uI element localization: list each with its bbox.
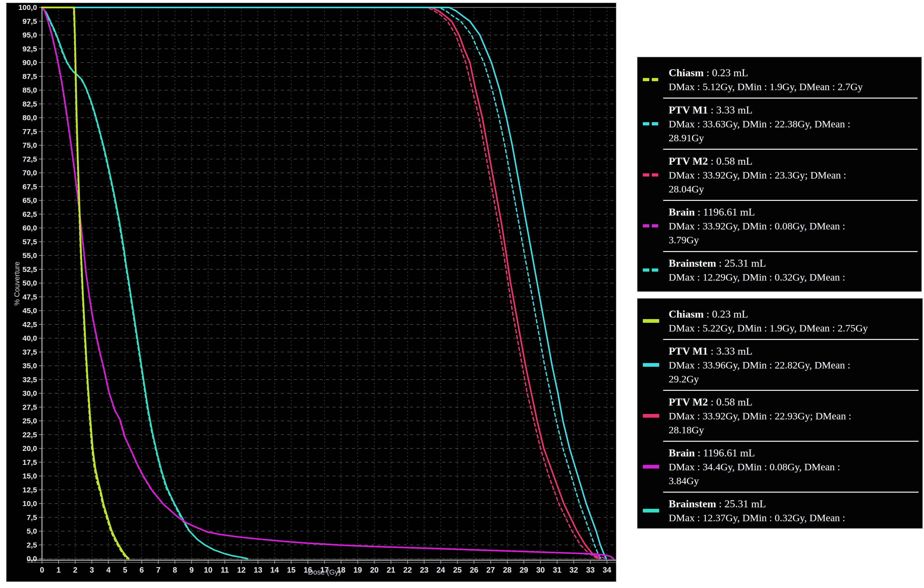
tick-label: 31 — [553, 566, 561, 574]
tick-label: 22 — [403, 566, 412, 574]
ptv_m2-dashed-swatch-icon — [652, 173, 658, 176]
dvh-plot: 100,097,595,092,590,087,585,082,580,077,… — [7, 3, 616, 581]
legend-separator — [663, 251, 917, 252]
legend-stats-line: DMax : 5.22Gy, DMin : 1.9Gy, DMean : 2.7… — [669, 321, 919, 335]
tick-label: 7 — [156, 566, 160, 574]
legend-structure-name: PTV M1 : 3.33 mL — [669, 344, 919, 358]
legend-swatch — [643, 224, 669, 227]
tick-label: 15 — [287, 566, 295, 574]
tick-labels: 100,097,595,092,590,087,585,082,580,077,… — [18, 3, 612, 574]
legend-separator — [663, 339, 919, 340]
tick-label: 20,0 — [23, 444, 37, 453]
legend-organ-name: PTV M1 — [669, 345, 708, 357]
legend-structure-name: PTV M2 : 0.58 mL — [669, 154, 918, 168]
ptv_m2-solid-swatch-icon — [643, 414, 659, 418]
tick-label: 8 — [173, 566, 177, 574]
legend-organ-name: Brain — [669, 206, 695, 218]
tick-label: 27 — [486, 566, 495, 574]
tick-label: 77,5 — [23, 127, 37, 135]
tick-label: 6 — [140, 566, 144, 574]
tick-label: 92,5 — [23, 45, 37, 53]
tick-label: 34 — [602, 566, 611, 574]
tick-label: 90,0 — [23, 58, 37, 66]
tick-label: 12,5 — [23, 486, 37, 494]
legend-structure-name: Brain : 1196.61 mL — [669, 446, 919, 460]
brain-solid-swatch-icon — [643, 465, 659, 469]
legend-entry-chiasm: Chiasm : 0.23 mL DMax : 5.22Gy, DMin : 1… — [643, 307, 919, 335]
tick-label: 32,5 — [23, 376, 37, 384]
ptv_m1-dashed-swatch-icon — [652, 122, 658, 125]
legend-swatch — [643, 122, 669, 125]
legend-stats-line: 28.18Gy — [669, 423, 919, 437]
chiasm-dashed-swatch-icon — [643, 78, 649, 81]
tick-label: 57,5 — [23, 238, 37, 246]
tick-label: 65,0 — [23, 196, 37, 204]
legend-swatch — [643, 414, 669, 418]
tick-label: 100,0 — [18, 3, 37, 12]
legend-stats-line: 3.84Gy — [669, 474, 919, 488]
tick-label: 95,0 — [23, 31, 37, 39]
tick-label: 14 — [270, 566, 279, 574]
tick-label: 37,5 — [23, 348, 37, 356]
tick-label: 24 — [436, 566, 445, 574]
tick-label: 25,0 — [23, 417, 37, 425]
tick-label: 72,5 — [23, 155, 37, 163]
tick-label: 29 — [520, 566, 528, 574]
tick-label: 35,0 — [23, 362, 37, 370]
tick-label: 15,0 — [23, 472, 37, 480]
legend-stats-line: DMax : 33.92Gy, DMin : 0.08Gy, DMean : — [669, 219, 918, 233]
tick-label: 32 — [569, 566, 578, 574]
tick-label: 2,5 — [26, 541, 37, 549]
chiasm-dashed-swatch-icon — [652, 78, 658, 81]
tick-label: 47,5 — [23, 293, 37, 301]
chiasm-solid-swatch-icon — [643, 319, 659, 323]
legend-structure-name: Brain : 1196.61 mL — [669, 205, 918, 219]
tick-label: 11 — [221, 566, 229, 574]
legend-stats-line: DMax : 33.63Gy, DMin : 22.38Gy, DMean : — [669, 117, 918, 131]
legend-stats-line: DMax : 5.12Gy, DMin : 1.9Gy, DMean : 2.7… — [669, 80, 918, 94]
tick-label: 33 — [586, 566, 594, 574]
tick-label: 9 — [189, 566, 193, 574]
legend-swatch — [643, 363, 669, 367]
tick-label: 5 — [123, 566, 127, 574]
tick-label: 45,0 — [23, 306, 37, 315]
tick-label: 22,5 — [23, 431, 37, 439]
tick-label: 26 — [470, 566, 478, 574]
tick-label: 42,5 — [23, 320, 37, 328]
legend-box-plan1: Chiasm : 0.23 mL DMax : 5.12Gy, DMin : 1… — [636, 56, 922, 293]
legend-structure-name: Chiasm : 0.23 mL — [669, 307, 919, 321]
x-axis-label: Dose (Gy) — [308, 568, 341, 576]
legend-stats-line: DMax : 12.37Gy, DMin : 0.32Gy, DMean : — [669, 511, 919, 525]
legend-structure-name: Chiasm : 0.23 mL — [669, 66, 918, 80]
tick-label: 5,0 — [26, 527, 37, 535]
legend-stats-line: DMax : 34.4Gy, DMin : 0.08Gy, DMean : — [669, 460, 919, 474]
tick-label: 55,0 — [23, 251, 37, 260]
legend-organ-name: Brainstem — [669, 498, 716, 509]
tick-label: 17,5 — [23, 458, 37, 466]
legend-swatch — [643, 319, 669, 323]
tick-label: 67,5 — [23, 183, 37, 191]
legend-stats-line: DMax : 33.96Gy, DMin : 22.82Gy, DMean : — [669, 358, 919, 372]
legend-stats-line: 28.04Gy — [669, 182, 918, 196]
tick-label: 20 — [370, 566, 379, 574]
tick-label: 80,0 — [23, 114, 37, 122]
legend-separator — [663, 492, 919, 492]
legend-stats-line: 28.91Gy — [669, 131, 918, 145]
ptv_m2-dashed-swatch-icon — [643, 173, 649, 176]
legend-organ-name: Chiasm — [669, 308, 704, 320]
brainstem-solid-swatch-icon — [643, 509, 659, 512]
legend-box-plan2: Chiasm : 0.23 mL DMax : 5.22Gy, DMin : 1… — [636, 298, 924, 529]
tick-label: 70,0 — [23, 169, 37, 177]
tick-label: 30 — [536, 566, 545, 574]
legend-structure-name: Brainstem : 25.31 mL — [669, 497, 919, 511]
tick-label: 19 — [353, 566, 362, 574]
legend-stats-line: DMax : 33.92Gy, DMin : 22.93Gy; DMean : — [669, 409, 919, 423]
brain-dashed-swatch-icon — [643, 224, 649, 227]
tick-label: 3 — [90, 566, 94, 574]
legend-entry-brainstem: Brainstem : 25.31 mL DMax : 12.37Gy, DMi… — [643, 497, 919, 525]
brainstem-dashed-swatch-icon — [643, 268, 649, 272]
tick-label: 87,5 — [23, 72, 37, 81]
legend-separator — [663, 149, 917, 150]
tick-label: 23 — [420, 566, 428, 574]
legend-organ-name: Chiasm — [669, 67, 704, 79]
